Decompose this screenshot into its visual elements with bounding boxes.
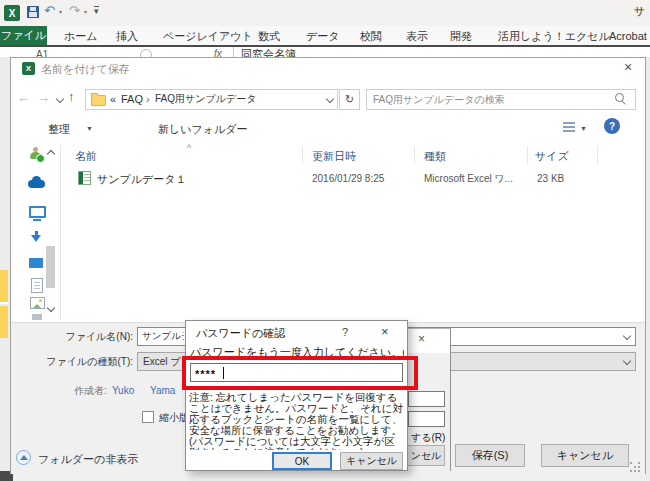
table-row[interactable]: サンプルデータ１ 2016/01/29 8:25 Microsoft Excel…	[62, 169, 644, 188]
thumbnail-checkbox[interactable]	[142, 411, 154, 423]
save-icon[interactable]	[27, 6, 39, 18]
column-divider[interactable]	[302, 146, 303, 164]
column-header-size[interactable]: サイズ	[535, 150, 569, 162]
tab-formulas[interactable]: 数式	[258, 30, 280, 42]
formula-bar-strip: A1 fx 同窓会名簿	[0, 47, 650, 57]
pictures-icon[interactable]	[30, 297, 45, 309]
save-as-dialog-title: 名前を付けて保存	[41, 63, 130, 75]
hide-folders-button[interactable]: フォルダーの非表示	[38, 453, 138, 465]
name-box-dropdown-icon[interactable]	[140, 49, 152, 57]
help-icon[interactable]: ?	[604, 118, 620, 134]
desktop-icon[interactable]	[29, 258, 43, 268]
worksheet-right-strip	[646, 57, 650, 481]
undo-dropdown-icon[interactable]: ▾	[59, 9, 62, 16]
view-mode-icon[interactable]	[563, 122, 575, 133]
search-icon[interactable]	[615, 93, 624, 102]
folder-icon	[91, 95, 106, 106]
tab-katsuyou-excel[interactable]: 活用しよう！エクセル	[498, 30, 610, 42]
password-dialog-close-icon[interactable]: ×	[381, 325, 389, 339]
breadcrumb-separator: ›	[146, 93, 150, 105]
pane-separator	[60, 145, 61, 320]
downloads-arrow-icon[interactable]	[31, 231, 42, 243]
tab-developer[interactable]: 開発	[450, 30, 472, 42]
tab-data[interactable]: データ	[306, 30, 340, 42]
thumbnail-label-clip: 縮小版	[159, 412, 185, 424]
excel-app-icon[interactable]: X	[4, 5, 20, 21]
save-as-dialog-icon: X	[22, 62, 35, 75]
user-check-badge-icon	[36, 154, 45, 163]
breadcrumb-item-faq[interactable]: FAQ	[121, 93, 143, 105]
new-folder-button[interactable]: 新しいフォルダー	[158, 123, 248, 135]
formula-separator	[233, 47, 234, 57]
tab-insert[interactable]: 挿入	[116, 30, 138, 42]
search-placeholder: FAQ用サンプルデータの検索	[373, 94, 505, 105]
redo-dropdown-icon[interactable]: ▾	[84, 9, 87, 16]
column-divider[interactable]	[597, 146, 598, 164]
file-type-label: ファイルの種類(T):	[15, 356, 133, 367]
pc-monitor-icon[interactable]	[29, 206, 46, 218]
organize-button[interactable]: 整理	[48, 123, 70, 135]
general-options-password-input[interactable]	[408, 411, 445, 427]
documents-icon[interactable]	[31, 278, 43, 293]
worksheet-yellow-cell	[0, 306, 8, 338]
excel-file-icon	[78, 171, 91, 185]
password-warning: 注意: 忘れてしまったパスワードを回復することはできません。パスワードと、それに…	[189, 392, 404, 450]
organize-arrow-icon: ▼	[86, 125, 93, 133]
undo-icon[interactable]: ↶	[44, 4, 55, 18]
tab-acrobat[interactable]: Acrobat	[609, 30, 647, 42]
redo-icon[interactable]: ↷	[69, 4, 80, 18]
ok-button[interactable]: OK	[272, 452, 332, 470]
author-links-clip: Yuko Yama	[112, 385, 185, 397]
column-divider[interactable]	[414, 146, 415, 164]
general-options-readonly-fragment: する(R)	[411, 432, 445, 443]
window-title-fragment: サ	[634, 5, 645, 17]
scrollbar-thumb[interactable]	[46, 246, 55, 288]
general-options-cancel-button[interactable]: ンセル	[407, 445, 445, 466]
tab-view[interactable]: 表示	[406, 30, 428, 42]
refresh-button[interactable]: ↻	[339, 89, 360, 110]
tab-home[interactable]: ホーム	[64, 30, 98, 42]
save-as-close-icon[interactable]: ×	[624, 60, 632, 75]
password-cancel-button[interactable]: キャンセル	[340, 452, 403, 470]
breadcrumb-prefix: «	[110, 93, 116, 105]
password-dialog-help-icon[interactable]: ?	[342, 326, 348, 338]
file-name-label: ファイル名(N):	[30, 331, 133, 342]
breadcrumb-item-folder[interactable]: FAQ用サンプルデータ	[155, 93, 256, 104]
file-type: Microsoft Excel ワ...	[424, 173, 513, 184]
password-dialog-title: パスワードの確認	[196, 327, 285, 339]
onedrive-cloud-icon[interactable]	[28, 180, 45, 188]
worksheet-yellow-cell	[0, 270, 8, 304]
cell-reference: A1	[36, 49, 48, 57]
file-name-value: サンプルデータ	[142, 331, 184, 341]
qat-customize-icon[interactable]: ▾	[94, 6, 99, 17]
save-button[interactable]: 保存(S)	[455, 444, 525, 467]
author-label: 作成者:	[74, 385, 107, 396]
resize-grip[interactable]	[630, 462, 632, 464]
tab-review[interactable]: 校閲	[360, 30, 382, 42]
column-header-modified[interactable]: 更新日時	[312, 150, 356, 162]
forward-icon[interactable]: →	[37, 91, 50, 105]
file-name-value-clip: サンプルデータ	[142, 331, 184, 343]
cancel-button[interactable]: キャンセル	[541, 444, 629, 467]
fx-icon[interactable]: fx	[214, 48, 222, 57]
formula-text: 同窓会名簿	[241, 48, 296, 57]
screen: X ↶ ▾ ↷ ▾ ▾ サ ファイル ホーム 挿入 ページレイアウト 数式 デー…	[0, 0, 650, 481]
back-icon[interactable]: ←	[17, 91, 30, 105]
hide-folders-icon[interactable]	[16, 450, 31, 465]
clipped-sidebar-icon[interactable]	[32, 314, 42, 320]
up-icon[interactable]: ↑	[68, 90, 75, 104]
author-link[interactable]: Yama	[150, 385, 175, 396]
column-header-name[interactable]: 名前	[75, 150, 97, 162]
general-options-password-input[interactable]	[408, 391, 445, 407]
general-options-close-icon[interactable]: ×	[418, 333, 425, 346]
sort-indicator-icon: ^	[187, 144, 191, 154]
worksheet-left-strip	[0, 57, 10, 473]
file-modified: 2016/01/29 8:25	[312, 173, 384, 184]
tab-page-layout[interactable]: ページレイアウト	[163, 30, 253, 42]
column-header-type[interactable]: 種類	[424, 150, 446, 162]
column-divider[interactable]	[527, 146, 528, 164]
tab-file[interactable]: ファイル	[0, 26, 47, 45]
file-size: 23 KB	[537, 173, 564, 184]
author-link[interactable]: Yuko	[112, 385, 134, 396]
view-mode-arrow-icon[interactable]: ▼	[580, 125, 587, 133]
